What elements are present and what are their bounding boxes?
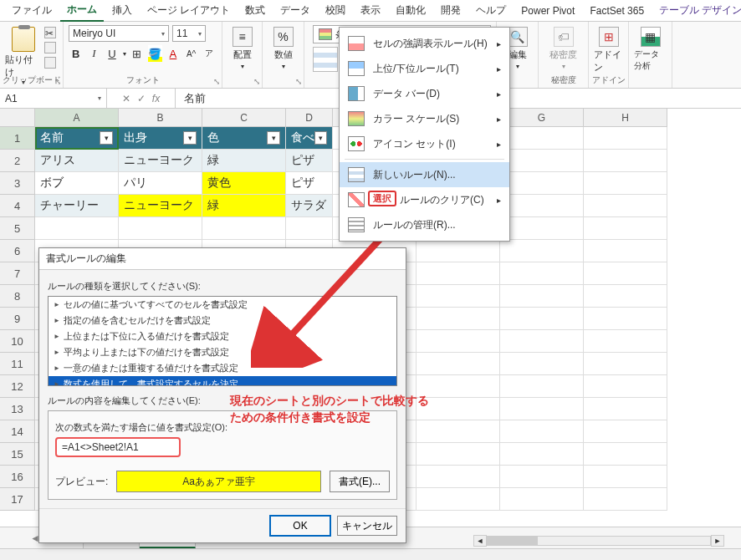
ok-button[interactable]: OK xyxy=(270,516,330,536)
row-header-6[interactable]: 6 xyxy=(0,240,35,262)
cell[interactable] xyxy=(584,420,667,443)
column-header-B[interactable]: B xyxy=(119,109,202,127)
cell[interactable] xyxy=(500,262,584,285)
rule-type-list[interactable]: セルの値に基づいてすべてのセルを書式設定指定の値を含むセルだけを書式設定上位また… xyxy=(48,296,397,386)
row-header-10[interactable]: 10 xyxy=(0,330,35,353)
phonetic-button[interactable]: ア xyxy=(202,45,217,62)
cf-new-rule[interactable]: 新しいルール(N)... xyxy=(340,162,509,187)
underline-button[interactable]: U xyxy=(105,45,120,62)
tab-view[interactable]: 表示 xyxy=(354,0,387,21)
cell[interactable] xyxy=(416,330,500,353)
tab-file[interactable]: ファイル xyxy=(5,0,59,21)
name-box[interactable]: A1 ▾ xyxy=(0,89,107,108)
column-header-A[interactable]: A xyxy=(35,109,119,127)
cell[interactable]: 名前▾ xyxy=(35,127,119,150)
row-header-8[interactable]: 8 xyxy=(0,285,35,308)
cell[interactable] xyxy=(500,240,584,262)
cf-clear-rules[interactable]: 選択 ルールのクリア(C) ▸ xyxy=(340,187,509,212)
cell[interactable]: ピザ xyxy=(286,172,333,195)
row-header-3[interactable]: 3 xyxy=(0,172,35,195)
cf-color-scales[interactable]: カラー スケール(S) ▸ xyxy=(340,106,509,131)
column-header-D[interactable]: D xyxy=(286,109,333,127)
cell[interactable] xyxy=(416,375,500,398)
tab-automation[interactable]: 自動化 xyxy=(389,0,432,21)
scroll-right-icon[interactable]: ► xyxy=(711,535,724,547)
row-header-1[interactable]: 1 xyxy=(0,127,35,150)
cf-icon-sets[interactable]: アイコン セット(I) ▸ xyxy=(340,131,509,156)
select-all-corner[interactable] xyxy=(0,109,35,127)
cell[interactable] xyxy=(500,127,584,150)
tab-review[interactable]: 校閲 xyxy=(319,0,352,21)
data-analysis-button[interactable]: ▦ データ分析 xyxy=(634,23,667,72)
enter-fx-icon[interactable]: ✓ xyxy=(137,93,146,104)
format-as-table-icon[interactable] xyxy=(313,47,338,72)
cell[interactable] xyxy=(500,195,584,217)
filter-dropdown-icon[interactable]: ▾ xyxy=(314,131,327,145)
cell[interactable]: アリス xyxy=(35,150,119,172)
cell[interactable] xyxy=(500,420,584,443)
cell[interactable] xyxy=(584,375,667,398)
cell[interactable]: 食べ▾ xyxy=(286,127,333,150)
font-launcher[interactable]: ⤡ xyxy=(213,77,220,86)
tab-data[interactable]: データ xyxy=(273,0,317,21)
fill-color-button[interactable]: 🪣 xyxy=(148,45,163,62)
rule-type-option[interactable]: 上位または下位に入る値だけを書式設定 xyxy=(49,328,396,344)
cell[interactable] xyxy=(286,217,333,240)
cell[interactable] xyxy=(500,308,584,330)
column-header-G[interactable]: G xyxy=(500,109,584,127)
cell[interactable] xyxy=(584,195,667,217)
cell[interactable] xyxy=(584,330,667,353)
cell[interactable] xyxy=(500,150,584,172)
row-header-15[interactable]: 15 xyxy=(0,443,35,466)
row-header-14[interactable]: 14 xyxy=(0,420,35,443)
cell[interactable] xyxy=(584,172,667,195)
alignment-button[interactable]: ≡ 配置 ▾ xyxy=(227,23,257,70)
cancel-button[interactable]: キャンセル xyxy=(337,516,397,536)
sensitivity-button[interactable]: 🏷 秘密度 ▾ xyxy=(544,23,583,70)
cf-highlight-rules[interactable]: セルの強調表示ルール(H) ▸ xyxy=(340,31,509,56)
cell[interactable] xyxy=(584,398,667,420)
column-header-H[interactable]: H xyxy=(584,109,667,127)
bold-button[interactable]: B xyxy=(69,45,84,62)
horizontal-scrollbar[interactable]: ◄ ► xyxy=(473,535,724,547)
align-launcher[interactable]: ⤡ xyxy=(253,77,260,86)
rule-type-option[interactable]: 数式を使用して、書式設定するセルを決定 xyxy=(49,376,396,386)
number-format-button[interactable]: % 数値 ▾ xyxy=(268,23,299,70)
cell[interactable] xyxy=(202,217,286,240)
number-launcher[interactable]: ⤡ xyxy=(295,77,302,86)
cell[interactable] xyxy=(416,308,500,330)
cell[interactable] xyxy=(584,466,667,488)
cell[interactable] xyxy=(416,398,500,420)
cell[interactable] xyxy=(416,240,500,262)
row-header-2[interactable]: 2 xyxy=(0,150,35,172)
cell[interactable] xyxy=(416,420,500,443)
cell[interactable] xyxy=(584,443,667,466)
copy-icon[interactable] xyxy=(44,42,56,53)
cell[interactable] xyxy=(500,217,584,240)
column-header-C[interactable]: C xyxy=(202,109,286,127)
row-header-12[interactable]: 12 xyxy=(0,375,35,398)
cell[interactable]: ピザ xyxy=(286,150,333,172)
row-header-11[interactable]: 11 xyxy=(0,353,35,375)
cell[interactable] xyxy=(416,353,500,375)
cf-top-bottom-rules[interactable]: 上位/下位ルール(T) ▸ xyxy=(340,56,509,81)
increase-font-icon[interactable]: A^ xyxy=(184,45,199,62)
border-button[interactable]: ⊞ xyxy=(130,45,145,62)
rule-type-option[interactable]: 一意の値または重複する値だけを書式設定 xyxy=(49,360,396,376)
cell[interactable] xyxy=(500,172,584,195)
rule-type-option[interactable]: 平均より上または下の値だけを書式設定 xyxy=(49,344,396,360)
cell[interactable]: チャーリー xyxy=(35,195,119,217)
cell[interactable]: 緑 xyxy=(202,150,286,172)
cf-manage-rules[interactable]: ルールの管理(R)... xyxy=(340,212,509,237)
row-header-5[interactable]: 5 xyxy=(0,217,35,240)
fx-icon[interactable]: fx xyxy=(152,93,160,104)
format-button[interactable]: 書式(E)... xyxy=(330,471,390,492)
tab-insert[interactable]: 挿入 xyxy=(105,0,139,21)
cell[interactable] xyxy=(500,443,584,466)
cell[interactable]: 出身▾ xyxy=(119,127,202,150)
italic-button[interactable]: I xyxy=(87,45,102,62)
cell[interactable] xyxy=(500,488,584,511)
row-header-9[interactable]: 9 xyxy=(0,308,35,330)
cell[interactable]: 色▾ xyxy=(202,127,286,150)
cell[interactable] xyxy=(416,443,500,466)
